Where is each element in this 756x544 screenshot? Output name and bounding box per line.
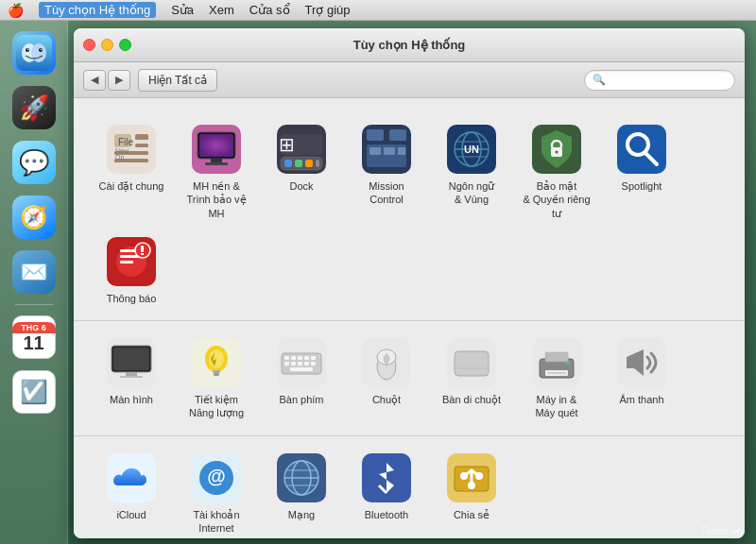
network-icon [275,451,328,504]
svg-text:Op...: Op... [115,154,129,162]
forward-button[interactable]: ▶ [108,70,130,91]
svg-text:New: New [115,147,129,154]
maximize-button[interactable] [119,39,131,51]
pref-item-am-thanh[interactable]: Âm thanh [599,329,684,428]
svg-rect-91 [545,352,568,362]
pref-item-bluetooth[interactable]: Bluetooth [344,444,429,538]
bluetooth-label: Bluetooth [365,508,408,521]
pref-item-dock[interactable]: ⊞ Dock [259,115,344,228]
svg-rect-24 [295,160,302,167]
system-preferences-window: Tùy chọn Hệ thống ◀ ▶ Hiện Tất cả 🔍 [74,28,745,538]
svg-point-85 [384,355,389,363]
pref-item-may-in[interactable]: Máy in &Máy quét [514,329,599,428]
section-personal: File New Op... Cài đặt chung [74,108,745,321]
svg-rect-34 [384,147,395,155]
pref-item-ban-phim[interactable]: Bàn phím [259,329,344,428]
menu-window[interactable]: Cửa sổ [249,3,290,17]
pref-item-chia-se[interactable]: Chia sẻ [429,444,514,538]
tai-khoan-label: Tài khoảnInternet [193,508,239,536]
icloud-label: iCloud [116,508,146,521]
minimize-button[interactable] [101,39,113,51]
svg-rect-72 [298,356,302,360]
svg-rect-76 [291,362,296,366]
dock-item-reminders[interactable]: ☑️ [9,367,59,416]
show-all-button[interactable]: Hiện Tất cả [138,69,217,92]
svg-point-2 [31,43,46,62]
dock-item-messages[interactable]: 💬 [9,138,59,187]
pref-item-man-hinh[interactable]: Màn hình [89,329,174,428]
svg-rect-61 [126,372,137,376]
svg-text:File: File [118,137,134,147]
svg-text:@: @ [207,466,226,486]
pref-item-cai-dat-chung[interactable]: File New Op... Cài đặt chung [89,115,174,228]
nav-buttons: ◀ ▶ [83,70,130,91]
svg-rect-87 [455,351,489,376]
dock-item-mail[interactable]: ✉️ [9,247,59,297]
apple-menu[interactable]: 🍎 [8,3,24,18]
dock-separator [15,304,53,305]
dock-item-calendar[interactable]: THG 6 11 [9,313,59,362]
pref-item-mang[interactable]: Mạng [259,444,344,538]
svg-point-46 [556,151,558,154]
menu-edit[interactable]: Sửa [171,3,194,17]
svg-rect-28 [281,134,322,155]
keyboard-icon [275,336,328,389]
window-title: Tùy chọn Hệ thống [353,38,466,52]
man-hinh-label: Màn hình [110,393,153,406]
svg-rect-74 [311,356,316,360]
svg-rect-35 [398,147,405,155]
chia-se-label: Chia sẻ [454,508,490,521]
pref-item-bao-mat[interactable]: Bảo mật& Quyền riêng tư [514,115,599,228]
icloud-icon [105,451,158,504]
svg-point-113 [460,472,468,480]
language-icon: UN [445,123,498,176]
pref-item-thong-bao[interactable]: Thông báo [89,228,174,313]
svg-rect-79 [311,362,316,366]
pref-item-ban-di-chuot[interactable]: Bàn di chuột [429,329,514,428]
svg-text:UN: UN [464,144,479,155]
ban-phim-label: Bàn phím [279,393,323,406]
dock-icon: ⊞ [275,123,328,176]
pref-item-tai-khoan[interactable]: @ Tài khoảnInternet [174,444,259,538]
mouse-icon [360,336,413,389]
pref-item-icloud[interactable]: iCloud [89,444,174,538]
dock-item-launchpad[interactable]: 🚀 [9,83,59,132]
section-internet: iCloud @ Tài khoảnInternet [74,436,745,538]
pref-item-ngon-ngu[interactable]: UN Ngôn ngữ& Vùng [429,115,514,228]
ngon-ngu-label: Ngôn ngữ& Vùng [449,179,495,207]
menu-view[interactable]: Xem [209,3,234,17]
general-icon: File New Op... [105,123,158,176]
am-thanh-label: Âm thanh [619,393,663,406]
back-button[interactable]: ◀ [83,70,106,91]
dock: 🚀 💬 🧭 ✉️ THG 6 11 ☑️ [0,21,68,544]
search-input[interactable] [610,74,727,87]
svg-point-115 [468,482,475,489]
trackpad-icon [445,336,498,389]
svg-rect-77 [298,362,302,366]
window-toolbar: ◀ ▶ Hiện Tất cả 🔍 [74,62,745,98]
pref-item-mh-nen[interactable]: MH nền &Trình bảo vệ MH [174,115,259,228]
pref-item-tiet-kiem[interactable]: Tiết kiệmNăng lượng [174,329,259,428]
mang-label: Mạng [288,508,315,521]
dock-item-safari[interactable]: 🧭 [9,193,59,242]
security-icon [530,123,583,176]
svg-rect-31 [389,129,406,141]
desktop-icon [190,123,243,176]
dock-item-finder[interactable] [9,28,59,77]
svg-rect-62 [120,376,143,378]
pref-item-mission-control[interactable]: MissionControl [344,115,429,228]
menu-help[interactable]: Trợ giúp [305,3,351,17]
pref-item-chuot[interactable]: Chuột [344,329,429,428]
svg-rect-78 [304,362,309,366]
svg-rect-23 [284,160,292,167]
search-icon: 🔍 [593,74,606,86]
traffic-lights [83,39,131,51]
printer-icon [530,336,583,389]
svg-rect-20 [205,162,228,165]
svg-rect-80 [290,367,313,371]
svg-rect-67 [214,373,219,376]
pref-item-spotlight[interactable]: Spotlight [599,115,684,228]
menu-system-preferences[interactable]: Tùy chọn Hệ thống [39,2,156,18]
close-button[interactable] [83,39,95,51]
sound-icon [615,336,668,389]
